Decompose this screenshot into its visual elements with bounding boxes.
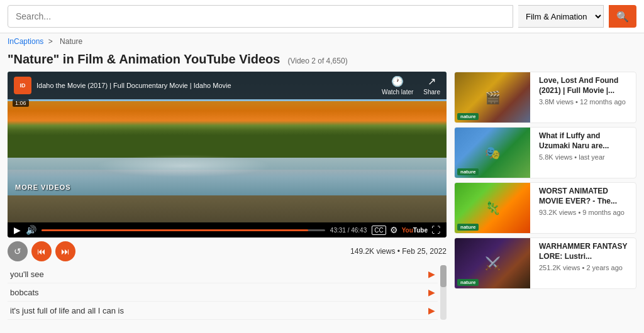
caption-play-2[interactable]: ▶ — [428, 287, 435, 297]
header: nature Film & Animation 🔍 — [0, 0, 644, 33]
card-meta-1: 3.8M views • 12 months ago — [539, 98, 632, 106]
card-info-4: WARHAMMER FANTASY LORE: Lustri... 251.2K… — [535, 238, 636, 288]
next-button[interactable]: ⏭ — [55, 241, 75, 261]
thumb-container-2: 🎭 nature — [455, 128, 530, 178]
scene-ground — [8, 195, 447, 222]
card-meta-2: 5.8K views • last year — [539, 153, 632, 161]
captions-scrollbar[interactable] — [440, 265, 447, 320]
progress-bar[interactable] — [42, 229, 325, 231]
search-icon: 🔍 — [616, 11, 629, 23]
breadcrumb-current: Nature — [60, 37, 82, 46]
thumb-container-4: ⚔️ nature — [455, 238, 530, 288]
card-views-3: 93.2K views — [539, 209, 576, 216]
nature-badge-3: nature — [457, 224, 479, 231]
cc-button[interactable]: CC — [372, 226, 386, 235]
nature-badge-2: nature — [457, 168, 479, 175]
replay-button[interactable]: ↺ — [8, 241, 28, 261]
timestamp-badge: 1:06 — [13, 99, 29, 107]
card-title-3: WORST ANIMATED MOVIE EVER? - The... — [539, 187, 632, 206]
watch-later-button[interactable]: 🕐 Watch later — [382, 75, 413, 96]
breadcrumb-home[interactable]: InCaptions — [8, 37, 43, 46]
card-info-3: WORST ANIMATED MOVIE EVER? - The... 93.2… — [535, 183, 636, 233]
page-title-row: "Nature" in Film & Animation YouTube Vid… — [0, 50, 644, 72]
caption-text-1: you'll see — [10, 270, 44, 279]
nature-badge-4: nature — [457, 279, 479, 286]
nav-buttons: ↺ ⏮ ⏭ — [8, 241, 75, 261]
card-meta-4: 251.2K views • 2 years ago — [539, 264, 632, 271]
thumb-container-3: 🦎 nature — [455, 183, 530, 233]
card-title-1: Love, Lost And Found (2021) | Full Movie… — [539, 76, 632, 96]
video-title-text: Idaho the Movie (2017) | Full Documentar… — [36, 82, 377, 89]
share-button[interactable]: ↗ Share — [423, 75, 440, 96]
main-layout: ID Idaho the Movie (2017) | Full Documen… — [0, 72, 644, 327]
breadcrumb: InCaptions > Nature — [0, 33, 644, 50]
progress-fill — [42, 229, 308, 231]
card-info-2: What if Luffy and Uzumaki Naru are... 5.… — [535, 128, 636, 178]
sidebar-card-2[interactable]: 🎭 nature What if Luffy and Uzumaki Naru … — [454, 127, 636, 178]
card-age-4: 2 years ago — [586, 264, 622, 271]
card-views-4: 251.2K views — [539, 264, 580, 271]
breadcrumb-separator: > — [48, 37, 53, 46]
more-videos-label: MORE VIDEOS — [15, 183, 71, 191]
clock-icon: 🕐 — [391, 75, 404, 87]
captions-list: you'll see ▶ bobcats ▶ it's just full of… — [8, 265, 438, 320]
volume-button[interactable]: 🔊 — [26, 225, 36, 235]
caption-item-1[interactable]: you'll see ▶ — [8, 265, 438, 283]
fullscreen-button[interactable]: ⛶ — [431, 225, 440, 235]
caption-item-2[interactable]: bobcats ▶ — [8, 283, 438, 302]
category-select[interactable]: Film & Animation — [518, 5, 604, 28]
captions-section: you'll see ▶ bobcats ▶ it's just full of… — [8, 265, 447, 320]
card-age-2: last year — [579, 153, 605, 161]
watch-later-label: Watch later — [382, 89, 413, 96]
caption-text-3: it's just full of life and all I can is — [10, 306, 124, 315]
video-meta: 149.2K views • Feb 25, 2022 — [350, 247, 447, 256]
video-section: ID Idaho the Movie (2017) | Full Documen… — [8, 72, 447, 320]
video-count: (Video 2 of 4,650) — [287, 57, 347, 65]
thumb-container-1: 🎬 nature — [455, 72, 530, 123]
time-display: 43:31 / 46:43 — [330, 227, 367, 234]
card-age-1: 12 months ago — [580, 98, 626, 106]
bottom-controls: ↺ ⏮ ⏭ 149.2K views • Feb 25, 2022 — [8, 237, 447, 265]
channel-icon: ID — [14, 77, 31, 94]
share-icon: ↗ — [428, 75, 436, 87]
share-label: Share — [423, 89, 440, 96]
prev-button[interactable]: ⏮ — [31, 241, 52, 261]
card-views-2: 5.8K views — [539, 153, 572, 161]
play-button[interactable]: ▶ — [14, 225, 21, 235]
scrollbar-track[interactable] — [440, 265, 447, 320]
video-actions-top: 🕐 Watch later ↗ Share — [382, 75, 440, 96]
card-title-4: WARHAMMER FANTASY LORE: Lustri... — [539, 242, 632, 261]
scrollbar-thumb — [440, 265, 447, 287]
video-title-bar: ID Idaho the Movie (2017) | Full Documen… — [8, 72, 447, 99]
card-separator-1: • — [575, 98, 580, 106]
video-container[interactable]: ID Idaho the Movie (2017) | Full Documen… — [8, 72, 447, 237]
card-meta-3: 93.2K views • 9 months ago — [539, 209, 632, 216]
ctrl-icons: CC ⚙ YouTube ⛶ — [372, 225, 440, 235]
search-input[interactable]: nature — [8, 5, 513, 28]
sidebar: 🎬 nature Love, Lost And Found (2021) | F… — [454, 72, 636, 320]
settings-button[interactable]: ⚙ — [390, 225, 398, 235]
sidebar-card-4[interactable]: ⚔️ nature WARHAMMER FANTASY LORE: Lustri… — [454, 237, 636, 289]
caption-play-3[interactable]: ▶ — [428, 305, 435, 315]
youtube-logo: YouTube — [402, 227, 428, 234]
card-info-1: Love, Lost And Found (2021) | Full Movie… — [535, 72, 636, 123]
sidebar-card-3[interactable]: 🦎 nature WORST ANIMATED MOVIE EVER? - Th… — [454, 182, 636, 234]
card-title-2: What if Luffy and Uzumaki Naru are... — [539, 131, 632, 151]
nature-badge-1: nature — [457, 113, 479, 120]
caption-item-3[interactable]: it's just full of life and all I can is … — [8, 302, 438, 320]
video-controls: ▶ 🔊 43:31 / 46:43 CC ⚙ YouTube ⛶ — [8, 222, 447, 237]
page-title: "Nature" in Film & Animation YouTube Vid… — [8, 52, 280, 67]
scene-mist — [96, 155, 271, 177]
caption-play-1[interactable]: ▶ — [428, 269, 435, 279]
card-views-1: 3.8M views — [539, 98, 574, 106]
caption-text-2: bobcats — [10, 288, 39, 297]
card-age-3: 9 months ago — [582, 209, 625, 216]
sidebar-card-1[interactable]: 🎬 nature Love, Lost And Found (2021) | F… — [454, 72, 636, 123]
search-button[interactable]: 🔍 — [609, 5, 636, 28]
